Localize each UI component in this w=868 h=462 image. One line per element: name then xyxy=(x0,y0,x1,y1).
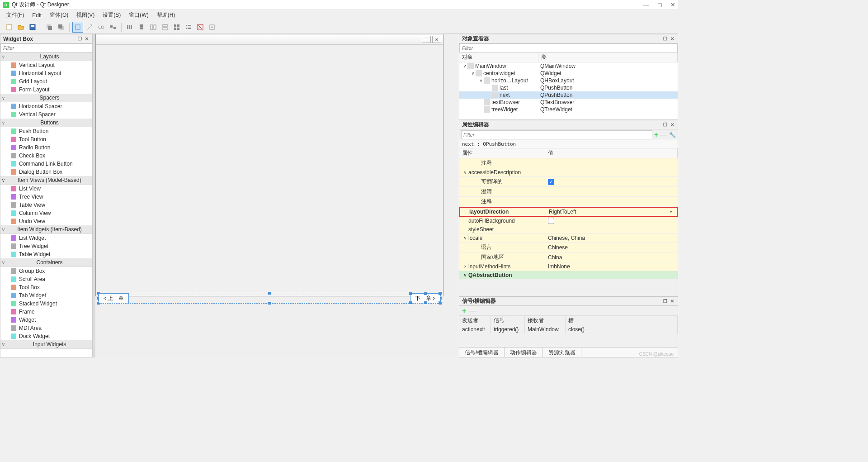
property-row[interactable]: autoFillBackground xyxy=(459,217,678,225)
widget-item[interactable]: Grid Layout xyxy=(0,77,92,86)
panel-float-icon[interactable]: ❐ xyxy=(662,299,668,304)
widget-item[interactable]: Push Button xyxy=(0,127,92,135)
property-row[interactable]: styleSheet xyxy=(459,225,678,234)
widget-item[interactable]: Column View xyxy=(0,209,92,217)
menu-edit[interactable]: Edit xyxy=(28,11,45,19)
save-file-icon[interactable] xyxy=(27,22,38,33)
tab-action-editor[interactable]: 动作编辑器 xyxy=(505,348,543,357)
panel-close-icon[interactable]: ✕ xyxy=(670,122,675,127)
widget-item[interactable]: Dock Widget xyxy=(0,332,92,340)
menu-help[interactable]: 帮助(H) xyxy=(153,10,179,20)
tab-signal-slot[interactable]: 信号/槽编辑器 xyxy=(459,348,505,357)
object-tree-row[interactable]: vhorizo…LayoutQHBoxLayout xyxy=(459,77,678,84)
property-row[interactable]: 可翻译的✓ xyxy=(459,177,678,187)
widget-item[interactable]: Tree Widget xyxy=(0,242,92,250)
widget-item[interactable]: Stacked Widget xyxy=(0,300,92,308)
prev-chapter-button[interactable]: < 上一章 xyxy=(99,293,129,303)
checkbox-unchecked-icon[interactable] xyxy=(548,218,554,224)
object-tree-row[interactable]: nextQPushButton xyxy=(459,91,678,99)
layout-h-icon[interactable] xyxy=(124,22,135,33)
edit-widgets-icon[interactable] xyxy=(72,22,83,33)
widget-item[interactable]: List View xyxy=(0,185,92,193)
object-tree-row[interactable]: vMainWindowQMainWindow xyxy=(459,62,678,70)
window-minimize-icon[interactable]: — xyxy=(643,1,649,8)
property-row[interactable]: vaccessibleDescription xyxy=(459,168,678,177)
widget-item[interactable]: Table View xyxy=(0,201,92,209)
break-layout-icon[interactable] xyxy=(195,22,206,33)
object-tree-row[interactable]: textBrowserQTextBrowser xyxy=(459,99,678,106)
menu-settings[interactable]: 设置(S) xyxy=(99,10,124,20)
bring-front-icon[interactable] xyxy=(56,22,66,33)
widget-category[interactable]: vInput Widgets xyxy=(0,340,92,349)
panel-close-icon[interactable]: ✕ xyxy=(84,36,90,41)
new-file-icon[interactable] xyxy=(4,22,14,33)
adjust-size-icon[interactable] xyxy=(207,22,217,33)
widget-item[interactable]: Radio Button xyxy=(0,143,92,152)
remove-property-icon[interactable]: — xyxy=(660,131,667,139)
property-row[interactable]: vQAbstractButton xyxy=(459,271,678,280)
widget-category[interactable]: vContainers xyxy=(0,258,92,267)
panel-float-icon[interactable]: ❐ xyxy=(662,36,668,41)
panel-float-icon[interactable]: ❐ xyxy=(77,36,83,41)
widget-item[interactable]: Group Box xyxy=(0,267,92,275)
panel-float-icon[interactable]: ❐ xyxy=(662,122,668,127)
layout-form-icon[interactable] xyxy=(183,22,194,33)
widget-item[interactable]: Form Layout xyxy=(0,86,92,94)
hbox-layout[interactable]: < 上一章 下一章 > xyxy=(98,293,441,304)
property-row[interactable]: 注释 xyxy=(459,197,678,207)
widget-item[interactable]: Tree View xyxy=(0,193,92,201)
widget-item[interactable]: Table Widget xyxy=(0,250,92,258)
widget-item[interactable]: Tool Box xyxy=(0,283,92,291)
widget-item[interactable]: Frame xyxy=(0,308,92,316)
window-maximize-icon[interactable]: ◻ xyxy=(657,1,662,8)
property-row[interactable]: 国家/地区China xyxy=(459,252,678,262)
widget-category[interactable]: vItem Views (Model-Based) xyxy=(0,176,92,185)
checkbox-checked-icon[interactable]: ✓ xyxy=(548,179,554,185)
menu-form[interactable]: 窗体(O) xyxy=(46,10,72,20)
widget-item[interactable]: Tab Widget xyxy=(0,291,92,300)
widget-item[interactable]: Undo View xyxy=(0,217,92,225)
next-chapter-button[interactable]: 下一章 > xyxy=(410,293,440,303)
widget-category[interactable]: vItem Widgets (Item-Based) xyxy=(0,225,92,234)
open-file-icon[interactable] xyxy=(15,22,26,33)
object-tree-row[interactable]: vcentralwidgetQWidget xyxy=(459,70,678,77)
property-row[interactable]: 澄清 xyxy=(459,187,678,197)
widget-item[interactable]: Widget xyxy=(0,316,92,324)
property-row[interactable]: 注释 xyxy=(459,158,678,168)
widget-item[interactable]: List Widget xyxy=(0,234,92,242)
form-minimize-icon[interactable]: — xyxy=(422,36,431,43)
menu-file[interactable]: 文件(F) xyxy=(3,10,28,20)
edit-tab-order-icon[interactable] xyxy=(108,22,118,33)
widget-item[interactable]: MDI Area xyxy=(0,324,92,332)
widget-box-filter[interactable] xyxy=(0,43,92,52)
form-close-icon[interactable]: ✕ xyxy=(432,36,441,43)
widget-item[interactable]: Horizontal Spacer xyxy=(0,102,92,110)
window-close-icon[interactable]: ✕ xyxy=(670,1,675,8)
layout-hsplit-icon[interactable] xyxy=(148,22,159,33)
signal-row[interactable]: actionexit triggered() MainWindow close(… xyxy=(459,325,678,333)
object-tree-row[interactable]: treeWidgetQTreeWidget xyxy=(459,106,678,113)
layout-vsplit-icon[interactable] xyxy=(160,22,170,33)
wrench-icon[interactable]: 🔧 xyxy=(669,132,676,138)
widget-category[interactable]: vLayouts xyxy=(0,52,92,61)
layout-v-icon[interactable] xyxy=(136,22,147,33)
menu-view[interactable]: 视图(V) xyxy=(73,10,98,20)
add-property-icon[interactable]: + xyxy=(654,131,658,139)
widget-item[interactable]: Dialog Button Box xyxy=(0,168,92,176)
widget-box-list[interactable]: vLayoutsVertical LayoutHorizontal Layout… xyxy=(0,52,92,357)
property-row[interactable]: layoutDirectionRightToLeft▾ xyxy=(459,207,678,217)
panel-close-icon[interactable]: ✕ xyxy=(670,36,675,41)
widget-item[interactable]: Horizontal Layout xyxy=(0,69,92,77)
edit-signals-icon[interactable] xyxy=(84,22,95,33)
chevron-down-icon[interactable]: ▾ xyxy=(670,210,674,214)
widget-item[interactable]: Scroll Area xyxy=(0,275,92,283)
widget-item[interactable]: Check Box xyxy=(0,152,92,160)
widget-category[interactable]: vButtons xyxy=(0,119,92,127)
property-row[interactable]: >inputMethodHintsImhNone xyxy=(459,262,678,271)
edit-buddies-icon[interactable] xyxy=(96,22,107,33)
object-tree-row[interactable]: lastQPushButton xyxy=(459,84,678,91)
property-row[interactable]: vlocaleChinese, China xyxy=(459,234,678,243)
send-back-icon[interactable] xyxy=(44,22,55,33)
layout-grid-icon[interactable] xyxy=(171,22,182,33)
form-window[interactable]: — ✕ < 上一章 xyxy=(95,34,443,296)
